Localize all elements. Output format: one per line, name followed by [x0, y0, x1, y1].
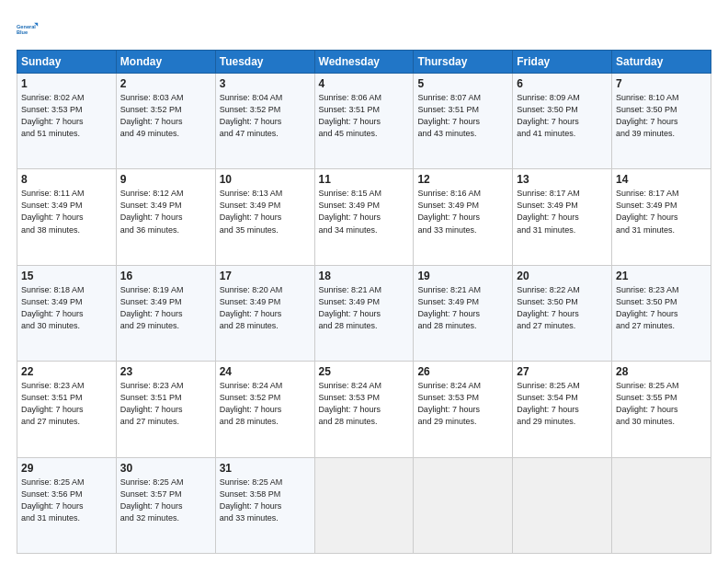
- calendar-cell: 19Sunrise: 8:21 AM Sunset: 3:49 PM Dayli…: [414, 265, 513, 361]
- calendar-cell: 5Sunrise: 8:07 AM Sunset: 3:51 PM Daylig…: [414, 74, 513, 169]
- day-number: 10: [220, 173, 311, 186]
- day-number: 25: [319, 365, 410, 378]
- day-info: Sunrise: 8:12 AM Sunset: 3:49 PM Dayligh…: [120, 188, 211, 236]
- calendar-cell: 22Sunrise: 8:23 AM Sunset: 3:51 PM Dayli…: [17, 362, 117, 457]
- calendar-cell: [314, 457, 414, 553]
- day-header-wednesday: Wednesday: [314, 51, 414, 74]
- calendar-cell: 6Sunrise: 8:09 AM Sunset: 3:50 PM Daylig…: [513, 74, 612, 169]
- page-header: GeneralBlue: [17, 17, 711, 42]
- day-info: Sunrise: 8:25 AM Sunset: 3:57 PM Dayligh…: [120, 477, 211, 524]
- day-number: 4: [319, 77, 410, 90]
- day-info: Sunrise: 8:17 AM Sunset: 3:49 PM Dayligh…: [517, 188, 608, 236]
- day-info: Sunrise: 8:19 AM Sunset: 3:49 PM Dayligh…: [120, 284, 211, 332]
- calendar-week-row: 22Sunrise: 8:23 AM Sunset: 3:51 PM Dayli…: [17, 362, 711, 457]
- day-info: Sunrise: 8:23 AM Sunset: 3:51 PM Dayligh…: [120, 380, 211, 428]
- day-number: 16: [120, 270, 211, 282]
- calendar-cell: 27Sunrise: 8:25 AM Sunset: 3:54 PM Dayli…: [513, 362, 612, 457]
- calendar-cell: 9Sunrise: 8:12 AM Sunset: 3:49 PM Daylig…: [116, 169, 215, 265]
- calendar-cell: 24Sunrise: 8:24 AM Sunset: 3:52 PM Dayli…: [215, 362, 314, 457]
- day-number: 2: [120, 77, 211, 90]
- day-info: Sunrise: 8:24 AM Sunset: 3:53 PM Dayligh…: [319, 380, 410, 428]
- day-info: Sunrise: 8:16 AM Sunset: 3:49 PM Dayligh…: [417, 188, 508, 236]
- calendar-cell: 17Sunrise: 8:20 AM Sunset: 3:49 PM Dayli…: [215, 265, 314, 361]
- logo-icon: GeneralBlue: [17, 17, 42, 42]
- day-number: 17: [220, 270, 311, 282]
- calendar-cell: 18Sunrise: 8:21 AM Sunset: 3:49 PM Dayli…: [314, 265, 414, 361]
- day-info: Sunrise: 8:13 AM Sunset: 3:49 PM Dayligh…: [220, 188, 311, 236]
- day-number: 15: [21, 270, 112, 282]
- calendar-cell: [414, 457, 513, 553]
- day-info: Sunrise: 8:15 AM Sunset: 3:49 PM Dayligh…: [319, 188, 410, 236]
- day-number: 9: [120, 173, 211, 186]
- day-info: Sunrise: 8:22 AM Sunset: 3:50 PM Dayligh…: [517, 284, 608, 332]
- day-number: 26: [417, 365, 508, 378]
- day-number: 31: [220, 462, 311, 475]
- day-info: Sunrise: 8:20 AM Sunset: 3:49 PM Dayligh…: [220, 284, 311, 332]
- day-info: Sunrise: 8:25 AM Sunset: 3:55 PM Dayligh…: [616, 380, 707, 428]
- day-number: 28: [616, 365, 707, 378]
- day-info: Sunrise: 8:23 AM Sunset: 3:50 PM Dayligh…: [616, 284, 707, 332]
- day-number: 12: [417, 173, 508, 186]
- calendar-cell: 4Sunrise: 8:06 AM Sunset: 3:51 PM Daylig…: [314, 74, 414, 169]
- calendar-cell: [612, 457, 711, 553]
- day-info: Sunrise: 8:11 AM Sunset: 3:49 PM Dayligh…: [21, 188, 112, 236]
- day-number: 30: [120, 462, 211, 475]
- day-number: 23: [120, 365, 211, 378]
- day-number: 6: [517, 77, 608, 90]
- day-info: Sunrise: 8:09 AM Sunset: 3:50 PM Dayligh…: [517, 92, 608, 140]
- calendar-cell: 26Sunrise: 8:24 AM Sunset: 3:53 PM Dayli…: [414, 362, 513, 457]
- day-number: 3: [220, 77, 311, 90]
- calendar-table: SundayMondayTuesdayWednesdayThursdayFrid…: [17, 50, 711, 554]
- day-info: Sunrise: 8:07 AM Sunset: 3:51 PM Dayligh…: [417, 92, 508, 140]
- day-header-tuesday: Tuesday: [215, 51, 314, 74]
- day-info: Sunrise: 8:18 AM Sunset: 3:49 PM Dayligh…: [21, 284, 112, 332]
- day-info: Sunrise: 8:02 AM Sunset: 3:53 PM Dayligh…: [21, 92, 112, 140]
- day-number: 14: [616, 173, 707, 186]
- calendar-cell: 16Sunrise: 8:19 AM Sunset: 3:49 PM Dayli…: [116, 265, 215, 361]
- calendar-header-row: SundayMondayTuesdayWednesdayThursdayFrid…: [17, 51, 711, 74]
- day-number: 5: [417, 77, 508, 90]
- calendar-cell: 8Sunrise: 8:11 AM Sunset: 3:49 PM Daylig…: [17, 169, 117, 265]
- day-info: Sunrise: 8:23 AM Sunset: 3:51 PM Dayligh…: [21, 380, 112, 428]
- day-number: 20: [517, 270, 608, 282]
- calendar-week-row: 29Sunrise: 8:25 AM Sunset: 3:56 PM Dayli…: [17, 457, 711, 553]
- day-number: 22: [21, 365, 112, 378]
- calendar-cell: 25Sunrise: 8:24 AM Sunset: 3:53 PM Dayli…: [314, 362, 414, 457]
- day-info: Sunrise: 8:06 AM Sunset: 3:51 PM Dayligh…: [319, 92, 410, 140]
- day-number: 7: [616, 77, 707, 90]
- day-number: 24: [220, 365, 311, 378]
- day-header-monday: Monday: [116, 51, 215, 74]
- calendar-cell: 1Sunrise: 8:02 AM Sunset: 3:53 PM Daylig…: [17, 74, 117, 169]
- svg-text:General: General: [17, 24, 36, 29]
- day-info: Sunrise: 8:10 AM Sunset: 3:50 PM Dayligh…: [616, 92, 707, 140]
- day-info: Sunrise: 8:24 AM Sunset: 3:52 PM Dayligh…: [220, 380, 311, 428]
- calendar-cell: 31Sunrise: 8:25 AM Sunset: 3:58 PM Dayli…: [215, 457, 314, 553]
- calendar-cell: 13Sunrise: 8:17 AM Sunset: 3:49 PM Dayli…: [513, 169, 612, 265]
- day-info: Sunrise: 8:25 AM Sunset: 3:56 PM Dayligh…: [21, 477, 112, 524]
- calendar-cell: 21Sunrise: 8:23 AM Sunset: 3:50 PM Dayli…: [612, 265, 711, 361]
- calendar-cell: 20Sunrise: 8:22 AM Sunset: 3:50 PM Dayli…: [513, 265, 612, 361]
- day-info: Sunrise: 8:21 AM Sunset: 3:49 PM Dayligh…: [417, 284, 508, 332]
- day-header-saturday: Saturday: [612, 51, 711, 74]
- day-number: 11: [319, 173, 410, 186]
- calendar-cell: 10Sunrise: 8:13 AM Sunset: 3:49 PM Dayli…: [215, 169, 314, 265]
- calendar-cell: 3Sunrise: 8:04 AM Sunset: 3:52 PM Daylig…: [215, 74, 314, 169]
- day-number: 21: [616, 270, 707, 282]
- calendar-cell: 28Sunrise: 8:25 AM Sunset: 3:55 PM Dayli…: [612, 362, 711, 457]
- day-number: 29: [21, 462, 112, 475]
- calendar-cell: 14Sunrise: 8:17 AM Sunset: 3:49 PM Dayli…: [612, 169, 711, 265]
- day-header-sunday: Sunday: [17, 51, 117, 74]
- calendar-cell: 30Sunrise: 8:25 AM Sunset: 3:57 PM Dayli…: [116, 457, 215, 553]
- calendar-week-row: 1Sunrise: 8:02 AM Sunset: 3:53 PM Daylig…: [17, 74, 711, 169]
- day-info: Sunrise: 8:25 AM Sunset: 3:58 PM Dayligh…: [220, 477, 311, 524]
- day-info: Sunrise: 8:04 AM Sunset: 3:52 PM Dayligh…: [220, 92, 311, 140]
- calendar-cell: 23Sunrise: 8:23 AM Sunset: 3:51 PM Dayli…: [116, 362, 215, 457]
- day-info: Sunrise: 8:21 AM Sunset: 3:49 PM Dayligh…: [319, 284, 410, 332]
- calendar-cell: [513, 457, 612, 553]
- svg-text:Blue: Blue: [17, 29, 28, 35]
- calendar-week-row: 8Sunrise: 8:11 AM Sunset: 3:49 PM Daylig…: [17, 169, 711, 265]
- day-info: Sunrise: 8:24 AM Sunset: 3:53 PM Dayligh…: [417, 380, 508, 428]
- day-number: 8: [21, 173, 112, 186]
- calendar-cell: 29Sunrise: 8:25 AM Sunset: 3:56 PM Dayli…: [17, 457, 117, 553]
- day-info: Sunrise: 8:03 AM Sunset: 3:52 PM Dayligh…: [120, 92, 211, 140]
